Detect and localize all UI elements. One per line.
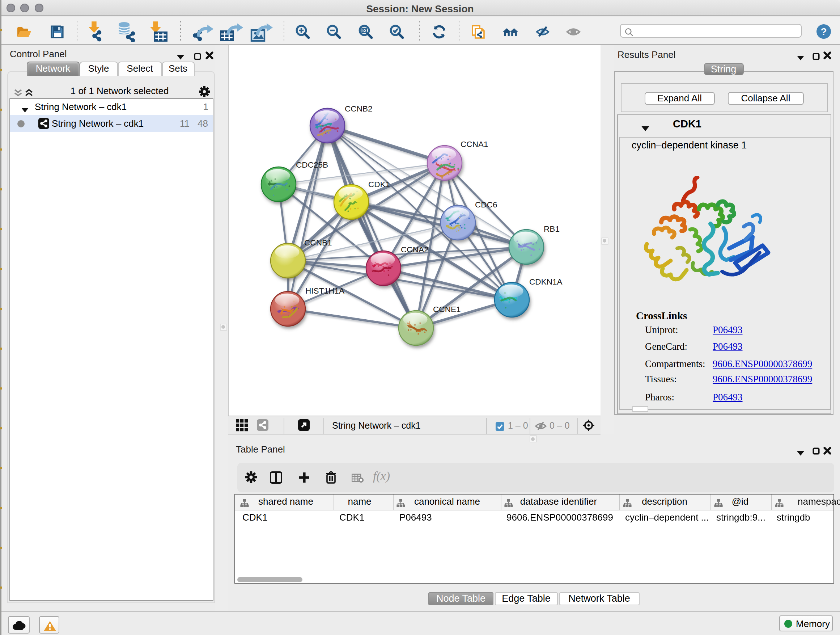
svg-text:?: ? — [821, 26, 827, 37]
svg-text:CDC25B: CDC25B — [296, 160, 328, 169]
svg-text:CDKN1A: CDKN1A — [529, 277, 563, 287]
svg-text:CCNE1: CCNE1 — [433, 305, 461, 314]
svg-text:CCNB2: CCNB2 — [345, 104, 373, 113]
svg-text:CCNB1: CCNB1 — [304, 238, 332, 247]
svg-text:HIST1H1A: HIST1H1A — [305, 287, 345, 295]
svg-text:CCNA2: CCNA2 — [401, 245, 429, 254]
svg-text:RB1: RB1 — [544, 225, 560, 233]
svg-text:CDC6: CDC6 — [475, 200, 497, 209]
svg-text:CDK1: CDK1 — [368, 180, 390, 189]
svg-text:CCNA1: CCNA1 — [461, 140, 488, 149]
